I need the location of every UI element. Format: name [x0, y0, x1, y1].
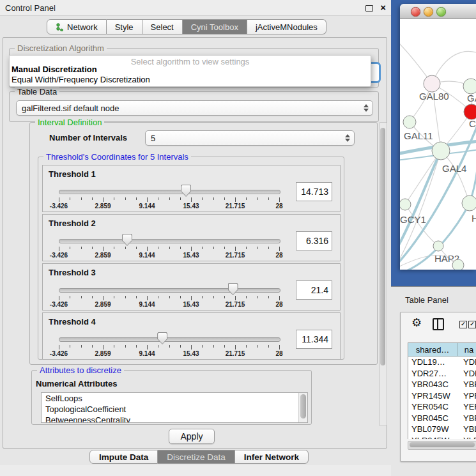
- tab-impute-data[interactable]: Impute Data: [89, 450, 158, 464]
- tick-mark: [81, 296, 82, 298]
- network-node-hap2[interactable]: [433, 241, 443, 251]
- interval-definition-group: Interval Definition Number of Intervals …: [29, 122, 378, 365]
- settings-vertical-scrollbar[interactable]: [379, 122, 387, 426]
- scrollbar-thumb[interactable]: [300, 394, 306, 418]
- slider-thumb[interactable]: [122, 234, 132, 246]
- network-node-gal11[interactable]: [403, 116, 416, 128]
- checkbox-icon[interactable]: ✓: [468, 321, 476, 328]
- mac-close-icon[interactable]: [411, 7, 420, 17]
- tick-label: 21.715: [226, 301, 245, 308]
- numerical-attributes-list[interactable]: SelfLoopsTopologicalCoefficientBetweenne…: [41, 392, 308, 423]
- split-columns-icon[interactable]: [433, 318, 444, 330]
- table-row[interactable]: YER054CYER0: [408, 401, 476, 413]
- attribute-list-item[interactable]: BetweennessCentrality: [42, 415, 307, 423]
- popup-option-equal-width-frequency[interactable]: Equal Width/Frequency Discretization: [12, 75, 150, 84]
- network-node-h[interactable]: [462, 196, 476, 211]
- table-cell: YBR0: [460, 413, 476, 424]
- table-row[interactable]: YBR045CYBR0: [408, 413, 476, 424]
- mac-minimize-icon[interactable]: [424, 7, 433, 17]
- tab-infer-network[interactable]: Infer Network: [235, 450, 309, 464]
- tick-mark: [257, 197, 258, 200]
- tab-cyni-toolbox[interactable]: Cyni Toolbox: [183, 19, 247, 35]
- table-toolbar: ⚙ ✓ ✓: [401, 312, 476, 334]
- table-data-combobox[interactable]: galFiltered.sif default node: [16, 100, 373, 116]
- slider-thumb[interactable]: [157, 332, 167, 344]
- close-icon[interactable]: ×: [380, 2, 386, 13]
- tick-mark: [268, 345, 269, 348]
- network-window-titlebar[interactable]: [400, 4, 476, 19]
- checkbox-icon[interactable]: ✓: [459, 321, 467, 328]
- tick-mark: [180, 296, 181, 298]
- tab-style[interactable]: Style: [107, 19, 142, 35]
- threshold-value-field[interactable]: 6.316: [296, 231, 332, 250]
- tick-mark: [191, 247, 192, 251]
- network-node-c[interactable]: [464, 104, 476, 119]
- slider-track[interactable]: [59, 190, 280, 194]
- control-panel: Control Panel × Network Style Select Cyn…: [0, 0, 392, 466]
- tick-label: 9.144: [139, 350, 155, 357]
- network-node-gcy1[interactable]: [400, 199, 411, 210]
- table-horizontal-scrollbar[interactable]: [408, 441, 476, 450]
- tick-mark: [59, 296, 59, 300]
- tab-select[interactable]: Select: [142, 19, 183, 35]
- column-header-shared-name[interactable]: shared…: [408, 343, 457, 357]
- threshold-label: Threshold 4: [49, 317, 96, 326]
- table-cell: YDL19…: [408, 357, 460, 368]
- network-node[interactable]: [452, 259, 464, 270]
- popup-option-manual-discretization[interactable]: Manual Discretization: [12, 65, 97, 74]
- tick-mark: [81, 345, 82, 348]
- node-attribute-table[interactable]: shared… na YDL19…YDL1YDR27…YDR2YBR043CYB…: [408, 342, 476, 439]
- mac-zoom-icon[interactable]: [436, 7, 446, 17]
- table-row[interactable]: YPR145WYPR1: [408, 390, 476, 402]
- tick-mark: [136, 247, 137, 249]
- tick-mark: [191, 296, 192, 300]
- network-node-gal80[interactable]: [424, 75, 440, 92]
- slider-thumb[interactable]: [181, 185, 191, 197]
- tick-mark: [202, 345, 203, 348]
- tick-mark: [279, 296, 280, 300]
- network-node-ga[interactable]: [463, 79, 476, 94]
- slider-thumb[interactable]: [228, 283, 238, 295]
- panel-title: Control Panel: [5, 3, 56, 13]
- tab-label: jActiveMNodules: [256, 22, 318, 32]
- slider-track[interactable]: [59, 239, 280, 243]
- tick-label: 21.715: [226, 350, 245, 357]
- tick-label: 28: [275, 301, 282, 308]
- float-window-icon[interactable]: [365, 5, 373, 12]
- table-row[interactable]: YLR345WYLR3: [408, 435, 476, 440]
- column-header-name[interactable]: na: [457, 343, 476, 357]
- threshold-value-field[interactable]: 11.344: [296, 330, 332, 349]
- tab-discretize-data[interactable]: Discretize Data: [158, 450, 235, 464]
- tab-jactivemnodules[interactable]: jActiveMNodules: [247, 19, 326, 35]
- table-row[interactable]: YDL19…YDL1: [408, 357, 476, 368]
- tab-network[interactable]: Network: [47, 19, 107, 35]
- number-of-intervals-combobox[interactable]: 5: [145, 130, 355, 146]
- table-row[interactable]: YBL079WYBL0: [408, 424, 476, 435]
- apply-button[interactable]: Apply: [169, 429, 215, 444]
- gear-icon[interactable]: ⚙: [411, 316, 422, 329]
- threshold-value-field[interactable]: 14.713: [296, 182, 332, 201]
- network-edge[interactable]: [405, 204, 438, 246]
- tick-mark: [92, 345, 93, 348]
- attributes-group: Attributes to discretize Numerical Attri…: [31, 370, 312, 425]
- attribute-list-item[interactable]: TopologicalCoefficient: [42, 404, 307, 415]
- slider-track[interactable]: [59, 288, 280, 293]
- tick-mark: [114, 345, 114, 348]
- attribute-list-item[interactable]: SelfLoops: [42, 393, 307, 404]
- node-label: GAL11: [404, 130, 433, 141]
- table-data-selected: galFiltered.sif default node: [22, 104, 119, 113]
- table-row[interactable]: YDR27…YDR2: [408, 368, 476, 380]
- tick-mark: [59, 197, 59, 202]
- tick-label: 15.43: [183, 301, 199, 308]
- threshold-value-field[interactable]: 21.4: [296, 280, 332, 300]
- network-node-gal4[interactable]: [432, 142, 450, 160]
- tick-label: 15.43: [183, 350, 199, 357]
- scrollbar-thumb[interactable]: [380, 128, 385, 365]
- threshold-label: Threshold 3: [49, 268, 96, 277]
- attributes-scrollbar[interactable]: [298, 393, 307, 422]
- slider-track[interactable]: [59, 337, 280, 342]
- table-row[interactable]: YBR043CYBR0: [408, 379, 476, 390]
- network-graph-canvas[interactable]: GAL80GACGAL11GAL4GCY1HHAP2: [400, 19, 476, 270]
- tick-mark: [224, 345, 225, 348]
- scrollbar-thumb[interactable]: [410, 442, 475, 447]
